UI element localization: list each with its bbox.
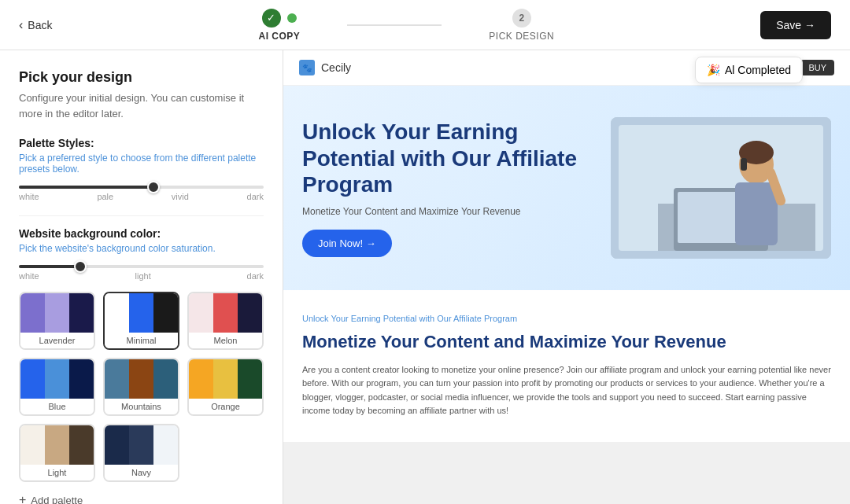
main-layout: Pick your design Configure your initial … [0,50,850,504]
step1-done-icon: ✓ [262,9,281,28]
back-label: Back [28,19,52,31]
palette-colors-0 [20,293,94,333]
palette-slider-track[interactable] [19,186,264,189]
palette-name-label: Light [20,465,94,480]
palette-color-swatch [105,359,129,399]
palette-color-swatch [69,425,94,465]
site-navigation: 🐾 Cecily Home BUY 🎉 Al Completed [283,50,850,86]
palette-color-swatch [189,293,213,333]
palette-slider-labels: white pale vivid dark [19,192,264,201]
palette-slider-thumb[interactable] [147,181,160,193]
bg-slider-thumb[interactable] [74,260,87,273]
palette-card-blue[interactable]: Blue [19,358,95,416]
bg-slider-fill [19,265,80,268]
palette-name-label: Mountains [105,399,178,414]
palette-color-swatch [45,293,69,333]
add-palette-button[interactable]: + Add palette [19,493,83,504]
palette-styles-desc: Pick a preferred style to choose from th… [19,153,264,175]
palette-card-minimal[interactable]: Minimal [103,292,179,350]
step-2: 2 PICK DESIGN [489,9,554,42]
hero-content: Unlock Your Earning Potential with Our A… [302,119,595,257]
label-pale: pale [97,192,113,201]
palette-color-swatch [105,425,129,465]
palette-color-swatch [45,359,69,399]
palette-grid: LavenderMinimalMelonBlueMountainsOrangeL… [19,292,264,482]
svg-rect-8 [735,182,778,245]
bg-slider-track[interactable] [19,265,264,268]
svg-rect-10 [741,158,747,171]
back-button[interactable]: ‹ Back [19,18,52,32]
content-breadcrumb: Unlock Your Earning Potential with Our A… [302,314,831,323]
palette-color-swatch [20,425,45,465]
ai-completed-text: Al Completed [725,64,791,76]
label-dark: dark [247,192,264,201]
palette-color-swatch [213,293,238,333]
palette-colors-5 [189,359,262,399]
bg-color-desc: Pick the website's background color satu… [19,243,264,254]
content-section-2: Unlock Your Earning Potential with Our A… [283,290,850,442]
preview-inner: 🐾 Cecily Home BUY 🎉 Al Completed [283,50,850,442]
palette-card-lavender[interactable]: Lavender [19,292,95,350]
hero-subtitle: Monetize Your Content and Maximize Your … [302,206,595,217]
content-body-text: Are you a content creator looking to mon… [302,363,831,418]
bg-slider-labels: white light dark [19,271,264,281]
palette-color-swatch [129,359,153,399]
hero-image [611,117,831,259]
bg-color-section: Website background color: Pick the websi… [19,215,264,281]
add-palette-label: Add palette [31,495,83,505]
label-dark2: dark [247,271,264,281]
ai-completed-icon: 🎉 [707,64,720,76]
content-title-2: Monetize Your Content and Maximize Your … [302,331,831,354]
panel-title: Pick your design [19,69,264,86]
save-button[interactable]: Save → [760,11,831,39]
step-connector [347,24,442,26]
step2-label: PICK DESIGN [489,31,554,42]
add-icon: + [19,493,26,504]
step2-num-circle: 2 [512,9,531,28]
palette-colors-2 [189,293,262,333]
right-preview[interactable]: 🐾 Cecily Home BUY 🎉 Al Completed [283,50,850,504]
hero-cta-button[interactable]: Join Now! → [302,230,392,257]
palette-color-swatch [69,293,94,333]
palette-color-swatch [69,359,94,399]
back-arrow-icon: ‹ [19,18,23,32]
palette-color-swatch [45,425,69,465]
palette-color-swatch [153,425,178,465]
palette-styles-title: Palette Styles: [19,137,264,149]
palette-name-label: Lavender [20,333,94,348]
logo-icon: 🐾 [299,60,315,75]
step1-label: AI COPY [258,31,300,42]
site-preview: 🐾 Cecily Home BUY 🎉 Al Completed [283,50,850,442]
palette-name-label: Melon [189,333,262,348]
ai-completed-badge: 🎉 Al Completed [695,57,803,83]
palette-name-label: Navy [105,465,178,480]
palette-color-swatch [153,359,178,399]
bg-slider-container: white light dark [19,265,264,281]
save-label: Save → [776,19,815,31]
palette-slider-fill [19,186,153,189]
logo-name: Cecily [321,61,351,74]
palette-color-swatch [20,293,45,333]
palette-color-swatch [129,425,153,465]
nav-buy-button[interactable]: BUY [800,60,834,75]
palette-color-swatch [153,293,178,333]
palette-colors-3 [20,359,94,399]
palette-card-mountains[interactable]: Mountains [103,358,179,416]
palette-styles-section: Palette Styles: Pick a preferred style t… [19,137,264,201]
palette-color-swatch [238,293,262,333]
step1-active-dot [287,13,297,23]
panel-description: Configure your initial design. You can c… [19,90,264,121]
palette-name-label: Minimal [105,333,178,348]
palette-colors-1 [105,293,178,333]
palette-card-light[interactable]: Light [19,424,95,482]
hero-image-svg [611,117,831,259]
palette-name-label: Orange [189,399,262,414]
palette-color-swatch [105,293,129,333]
palette-color-swatch [189,359,213,399]
palette-slider-container: white pale vivid dark [19,186,264,201]
palette-colors-7 [105,425,178,465]
palette-card-melon[interactable]: Melon [187,292,264,350]
label-white2: white [19,271,39,281]
palette-card-navy[interactable]: Navy [103,424,179,482]
palette-card-orange[interactable]: Orange [187,358,264,416]
